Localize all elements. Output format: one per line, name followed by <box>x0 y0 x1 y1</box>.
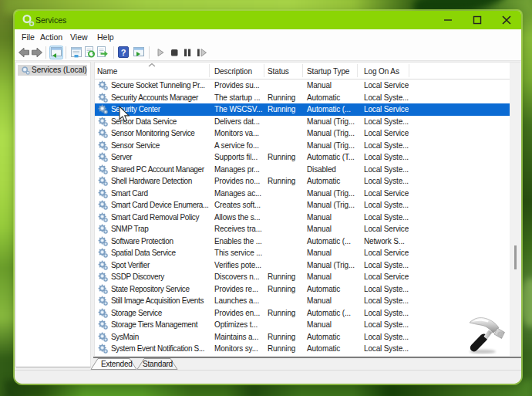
svg-text:?: ? <box>121 48 126 57</box>
svg-text:Standard: Standard <box>143 360 173 368</box>
svg-text:Extended: Extended <box>101 360 133 368</box>
